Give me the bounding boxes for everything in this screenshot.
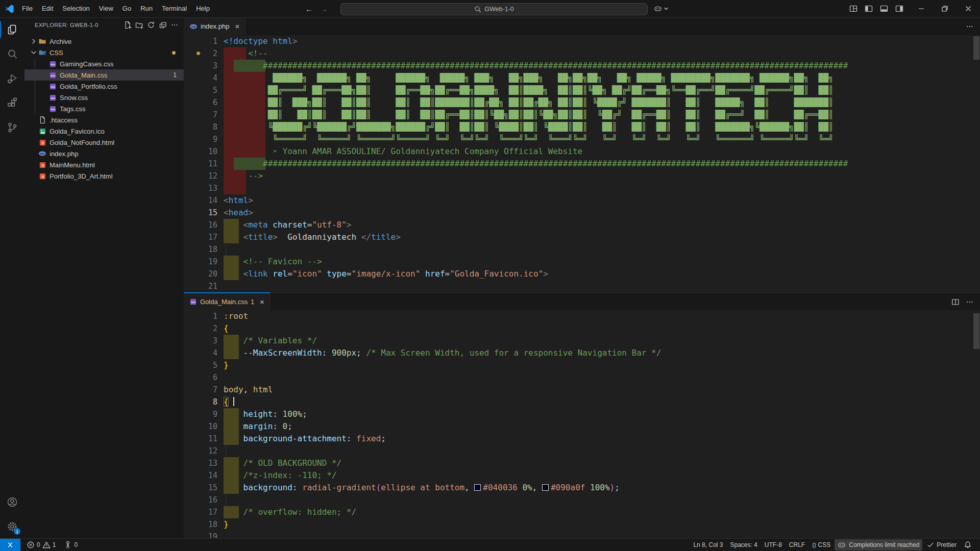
- more-actions-icon[interactable]: [966, 298, 974, 306]
- back-arrow-icon[interactable]: ←: [305, 5, 313, 13]
- code-line[interactable]: 19 <!-- Favicon -->: [184, 256, 980, 268]
- menu-file[interactable]: File: [17, 3, 37, 15]
- tree-item-CSS[interactable]: CSS: [24, 47, 184, 58]
- code-line[interactable]: 2{: [184, 322, 980, 335]
- tree-item-Golda_Main.css[interactable]: cssGolda_Main.css1: [24, 69, 184, 81]
- menu-view[interactable]: View: [94, 3, 118, 15]
- code-line[interactable]: 18}: [184, 518, 980, 531]
- code-line[interactable]: 15<head>: [184, 207, 980, 219]
- code-line[interactable]: 3 /* Variables */: [184, 335, 980, 347]
- status-crlf[interactable]: CRLF: [786, 539, 808, 550]
- status-css[interactable]: {}CSS: [809, 539, 834, 550]
- status-bell[interactable]: [961, 539, 975, 550]
- more-actions-icon[interactable]: [966, 22, 974, 31]
- code-line[interactable]: 9 ╚═════╝ ╚═════╝ ╚══════╝╚═════╝ ╚═╝ ╚═…: [184, 133, 980, 145]
- code-line[interactable]: 2 <!--: [184, 47, 980, 60]
- editor-group-2-code[interactable]: 1:root2{3 /* Variables */4 --MaxScreenWi…: [184, 310, 980, 539]
- command-center-search[interactable]: GWeb-1-0: [340, 3, 648, 15]
- code-line[interactable]: 5 ██╔════╝ ██╔═══██╗██║ ██╔══██╗██╔══██╗…: [184, 84, 980, 96]
- code-line[interactable]: 1<!doctype html>: [184, 35, 980, 47]
- menu-edit[interactable]: Edit: [37, 3, 58, 15]
- code-line[interactable]: 14<html>: [184, 194, 980, 207]
- activity-search[interactable]: [0, 42, 24, 66]
- menu-go[interactable]: Go: [118, 3, 136, 15]
- collapse-all-icon[interactable]: [159, 21, 167, 29]
- tree-item-index.php[interactable]: phpindex.php: [24, 148, 184, 159]
- code-line[interactable]: 12 -->: [184, 170, 980, 182]
- menu-run[interactable]: Run: [136, 3, 157, 15]
- tab-index.php[interactable]: phpindex.php×: [184, 17, 246, 35]
- code-line[interactable]: 5}: [184, 359, 980, 371]
- code-line[interactable]: 15 background: radial-gradient(ellipse a…: [184, 482, 980, 494]
- toggle-sidebar-icon[interactable]: [865, 5, 873, 13]
- code-line[interactable]: 18: [184, 243, 980, 256]
- more-icon[interactable]: [170, 21, 179, 29]
- toggle-panel-icon[interactable]: [880, 5, 888, 13]
- activity-run-debug[interactable]: [0, 66, 24, 91]
- toggle-secondary-sidebar-icon[interactable]: [895, 5, 903, 13]
- code-line[interactable]: 8{: [184, 396, 980, 408]
- problems-status[interactable]: 01: [23, 539, 59, 550]
- code-line[interactable]: 10 ➣ Yoann AMAR ASSOULINE/ Goldanniyatec…: [184, 145, 980, 158]
- tree-item-.htaccess[interactable]: .htaccess: [24, 114, 184, 126]
- code-line[interactable]: 6: [184, 371, 980, 384]
- status-prettier[interactable]: Prettier: [923, 539, 960, 550]
- tab-Golda_Main.css[interactable]: cssGolda_Main.css1×: [184, 293, 271, 311]
- code-line[interactable]: 17 /* overflow: hidden; */: [184, 506, 980, 518]
- minimize-button[interactable]: [910, 0, 933, 17]
- menu-help[interactable]: Help: [191, 3, 214, 15]
- new-file-icon[interactable]: [124, 21, 132, 29]
- code-line[interactable]: 7 ██║ ██║██║ ██║██║ ██║ ██║██╔══██║██║╚█…: [184, 109, 980, 121]
- tab-close-icon[interactable]: ×: [235, 22, 239, 30]
- tree-item-Portfolio_3D_Art.html[interactable]: 5Portfolio_3D_Art.html: [24, 170, 184, 182]
- code-line[interactable]: 1:root: [184, 310, 980, 322]
- tree-item-Golda_NotFound.html[interactable]: 5Golda_NotFound.html: [24, 137, 184, 148]
- menu-selection[interactable]: Selection: [58, 3, 94, 15]
- code-line[interactable]: 13 /* OLD BACKGROUND */: [184, 457, 980, 469]
- menu-terminal[interactable]: Terminal: [157, 3, 191, 15]
- code-line[interactable]: 9 height: 100%;: [184, 408, 980, 420]
- code-line[interactable]: 16: [184, 494, 980, 506]
- code-line[interactable]: 4 ██████╗ ██████╗ ██╗ ██████╗ █████╗ ███…: [184, 72, 980, 84]
- new-folder-icon[interactable]: [135, 21, 143, 29]
- code-line[interactable]: 6 ██║ ███╗██║ ██║██║ ██║ ██║███████║██╔█…: [184, 96, 980, 109]
- restore-button[interactable]: [933, 0, 957, 17]
- activity-extensions[interactable]: [0, 91, 24, 115]
- tree-item-GamingCases.css[interactable]: cssGamingCases.css: [24, 58, 184, 69]
- activity-source-control[interactable]: [0, 115, 24, 140]
- code-line[interactable]: 17 <title> Goldanniyatech </title>: [184, 231, 980, 243]
- tab-close-icon[interactable]: ×: [260, 298, 264, 306]
- activity-explorer[interactable]: [0, 17, 24, 42]
- tree-item-Archive[interactable]: Archive: [24, 36, 184, 47]
- scrollbar-thumb[interactable]: [973, 313, 979, 349]
- editor-group-1-code[interactable]: 1<!doctype html>2 <!--3 ################…: [184, 35, 980, 292]
- code-line[interactable]: 20 <link rel="icon" type="image/x-icon" …: [184, 268, 980, 280]
- refresh-icon[interactable]: [147, 21, 155, 29]
- code-line[interactable]: 12: [184, 445, 980, 457]
- status-spaces-4[interactable]: Spaces: 4: [727, 539, 760, 550]
- activity-account[interactable]: [0, 490, 24, 514]
- tree-item-MainMenu.html[interactable]: 5MainMenu.html: [24, 159, 184, 170]
- customize-layout-icon[interactable]: [849, 5, 857, 13]
- remote-indicator[interactable]: [0, 539, 20, 551]
- tree-item-Snow.css[interactable]: cssSnow.css: [24, 92, 184, 103]
- status-completions-limit-reached[interactable]: Completions limit reached: [835, 539, 922, 550]
- code-line[interactable]: 11 background-attachment: fixed;: [184, 433, 980, 445]
- tree-item-Tags.css[interactable]: cssTags.css: [24, 103, 184, 114]
- code-line[interactable]: 10 margin: 0;: [184, 420, 980, 433]
- scrollbar-thumb[interactable]: [973, 36, 979, 60]
- forward-arrow-icon[interactable]: →: [320, 5, 328, 13]
- code-line[interactable]: 14 /*z-index: -110; */: [184, 469, 980, 482]
- status-ln-8-col-3[interactable]: Ln 8, Col 3: [690, 539, 726, 550]
- activity-settings[interactable]: 1: [0, 514, 24, 539]
- split-editor-icon[interactable]: [951, 298, 960, 306]
- tree-item-Golda_Favicon.ico[interactable]: Golda_Favicon.ico: [24, 126, 184, 137]
- copilot-menu-button[interactable]: [654, 0, 669, 17]
- code-line[interactable]: 8 ╚██████╔╝╚██████╔╝███████╗██████╔╝██║ …: [184, 121, 980, 133]
- code-line[interactable]: 19: [184, 531, 980, 539]
- code-line[interactable]: 16 <meta charset="utf-8">: [184, 219, 980, 231]
- close-button[interactable]: [957, 0, 980, 17]
- status-utf-8[interactable]: UTF-8: [762, 539, 785, 550]
- code-line[interactable]: 13: [184, 182, 980, 194]
- code-line[interactable]: 21: [184, 280, 980, 292]
